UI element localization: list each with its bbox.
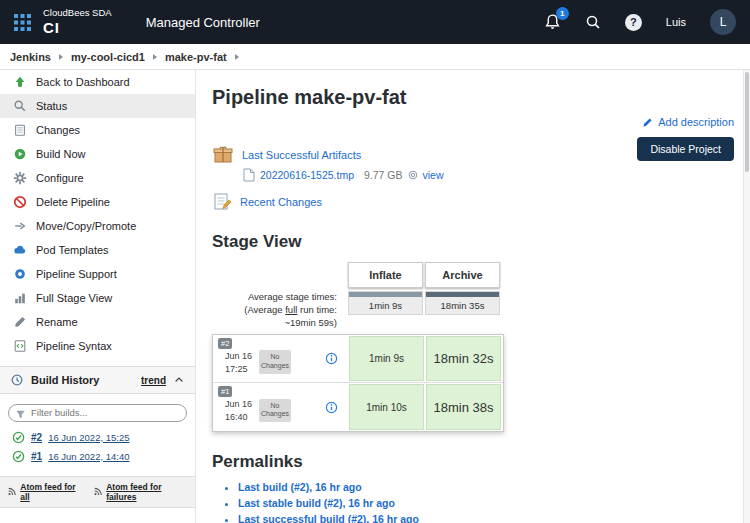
avatar[interactable]: L <box>710 9 736 35</box>
average-stage-times-label: Average stage times: (Average full run t… <box>212 291 347 329</box>
artifact-file-link[interactable]: 20220616-1525.tmp <box>260 169 354 181</box>
recent-changes-section: Recent Changes <box>212 192 742 212</box>
sidebar-item-pod-templates[interactable]: Pod Templates <box>0 238 195 262</box>
success-check-icon <box>12 431 25 444</box>
build-history-icon <box>10 373 24 387</box>
stage-view-table: Inflate Archive Average stage times: (Av… <box>212 262 504 432</box>
artifact-view-link[interactable]: view <box>423 169 444 181</box>
sidebar-item-label: Delete Pipeline <box>36 196 110 208</box>
sidebar-item-configure[interactable]: Configure <box>0 166 195 190</box>
stage-cell-inflate[interactable]: 1min 9s <box>349 336 424 381</box>
permalinks-list: Last build (#2), 16 hr ago Last stable b… <box>212 481 742 523</box>
sidebar-item-move-copy-promote[interactable]: Move/Copy/Promote <box>0 214 195 238</box>
build-badge[interactable]: #2 <box>218 338 232 349</box>
breadcrumb-item-jenkins[interactable]: Jenkins <box>10 51 51 63</box>
chevron-right-icon <box>153 54 157 60</box>
build-number-link[interactable]: #2 <box>31 432 42 443</box>
sidebar-item-label: Back to Dashboard <box>36 76 130 88</box>
search-icon[interactable] <box>585 14 601 30</box>
build-datetime: Jun 16 17:25 <box>225 350 252 376</box>
info-icon[interactable] <box>325 401 338 414</box>
recent-changes-icon <box>212 192 232 212</box>
chevron-right-icon <box>235 54 239 60</box>
pipeline-syntax-icon <box>12 339 27 353</box>
build-history-title: Build History <box>31 374 99 386</box>
sidebar-item-label: Configure <box>36 172 84 184</box>
package-icon <box>212 145 234 164</box>
permalink-item: Last successful build (#2), 16 hr ago <box>238 513 742 523</box>
build-badge[interactable]: #1 <box>218 386 232 397</box>
atom-feed-bar: Atom feed for all Atom feed for failures <box>0 476 195 508</box>
disable-project-button[interactable]: Disable Project <box>637 137 734 161</box>
permalink-item: Last stable build (#2), 16 hr ago <box>238 497 742 509</box>
stage-column-header-archive: Archive <box>425 262 500 288</box>
notifications-bell-icon[interactable]: 1 <box>544 13 561 31</box>
sidebar-item-rename[interactable]: Rename <box>0 310 195 334</box>
scrollbar-thumb[interactable] <box>745 72 749 172</box>
info-icon[interactable] <box>325 352 338 365</box>
recent-changes-link[interactable]: Recent Changes <box>240 196 322 208</box>
sidebar-item-pipeline-syntax[interactable]: Pipeline Syntax <box>0 334 195 358</box>
stage-cell-archive[interactable]: 18min 32s <box>426 336 501 381</box>
sidebar-item-build-now[interactable]: Build Now <box>0 142 195 166</box>
app-switcher-icon[interactable] <box>14 14 31 31</box>
main-content: Pipeline make-pv-fat Add description Dis… <box>196 70 742 523</box>
status-search-icon <box>12 99 27 113</box>
build-date-link[interactable]: 16 Jun 2022, 14:40 <box>48 451 129 462</box>
build-history-row: #1 16 Jun 2022, 14:40 <box>0 447 195 466</box>
permalinks-title: Permalinks <box>212 452 742 472</box>
sidebar-item-delete-pipeline[interactable]: Delete Pipeline <box>0 190 195 214</box>
sidebar-item-label: Pipeline Syntax <box>36 340 112 352</box>
permalink-last-stable-build[interactable]: Last stable build (#2), 16 hr ago <box>238 497 395 509</box>
permalink-last-successful-build[interactable]: Last successful build (#2), 16 hr ago <box>238 513 419 523</box>
sidebar-item-back-to-dashboard[interactable]: Back to Dashboard <box>0 70 195 94</box>
atom-feed-all-link[interactable]: Atom feed for all <box>8 482 82 502</box>
breadcrumb-item-folder[interactable]: my-cool-cicd1 <box>71 51 145 63</box>
delete-icon <box>12 195 27 209</box>
filter-funnel-icon <box>15 406 26 424</box>
stage-cell-inflate[interactable]: 1min 10s <box>349 384 424 430</box>
no-changes-badge: No Changes <box>259 399 291 423</box>
scrollbar-track[interactable] <box>743 70 750 523</box>
permalink-last-build[interactable]: Last build (#2), 16 hr ago <box>238 481 362 493</box>
add-description-label: Add description <box>658 116 734 128</box>
sidebar-item-label: Full Stage View <box>36 292 112 304</box>
average-cell-inflate: 1min 9s <box>348 291 423 315</box>
changes-document-icon <box>12 123 27 137</box>
collapse-chevron-icon[interactable] <box>173 374 185 386</box>
stage-cell-archive[interactable]: 18min 38s <box>426 384 501 430</box>
build-number-link[interactable]: #1 <box>31 451 42 462</box>
sidebar-item-pipeline-support[interactable]: Pipeline Support <box>0 262 195 286</box>
sidebar-item-label: Build Now <box>36 148 86 160</box>
build-history-header[interactable]: Build History trend <box>0 366 195 394</box>
pipeline-support-icon <box>12 267 27 281</box>
sidebar-item-label: Pod Templates <box>36 244 109 256</box>
sidebar-item-label: Pipeline Support <box>36 268 117 280</box>
atom-feed-failures-link[interactable]: Atom feed for failures <box>94 482 187 502</box>
add-description-link[interactable]: Add description <box>642 116 734 128</box>
full-stage-view-icon <box>12 291 27 305</box>
move-copy-icon <box>12 219 27 233</box>
notification-badge: 1 <box>556 7 569 20</box>
stage-row-build-1: #1 Jun 16 16:40 No Changes 1min 10s 18mi… <box>213 383 503 431</box>
last-successful-artifacts-link[interactable]: Last Successful Artifacts <box>242 149 361 161</box>
brand[interactable]: CloudBees SDA CI <box>43 8 112 36</box>
stage-row-build-2: #2 Jun 16 17:25 No Changes 1min 9s 18min… <box>213 335 503 383</box>
build-date-link[interactable]: 16 Jun 2022, 15:25 <box>48 432 129 443</box>
artifact-file-size: 9.77 GB <box>364 169 403 181</box>
user-name[interactable]: Luis <box>666 16 686 28</box>
success-check-icon <box>12 450 25 463</box>
sidebar-item-label: Move/Copy/Promote <box>36 220 136 232</box>
trend-link[interactable]: trend <box>141 375 166 386</box>
stage-column-header-inflate: Inflate <box>348 262 423 288</box>
sidebar-item-changes[interactable]: Changes <box>0 118 195 142</box>
help-icon[interactable]: ? <box>625 14 642 31</box>
arrow-up-icon <box>12 75 27 89</box>
sidebar-item-status[interactable]: Status <box>0 94 195 118</box>
average-cell-archive: 18min 35s <box>425 291 500 315</box>
chevron-right-icon <box>59 54 63 60</box>
breadcrumb: Jenkins my-cool-cicd1 make-pv-fat <box>0 44 750 70</box>
breadcrumb-item-pipeline[interactable]: make-pv-fat <box>165 51 227 63</box>
sidebar-item-full-stage-view[interactable]: Full Stage View <box>0 286 195 310</box>
filter-builds-input[interactable] <box>8 404 187 422</box>
